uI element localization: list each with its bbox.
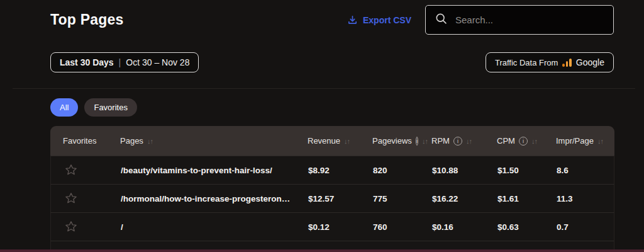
impr-per-page-value: 11.3 xyxy=(553,194,614,203)
favorite-star-icon[interactable] xyxy=(64,163,78,177)
search-input[interactable] xyxy=(455,14,604,25)
export-csv-button[interactable]: Export CSV xyxy=(347,14,411,25)
search-icon xyxy=(435,12,448,28)
sort-icon[interactable]: ↓↑ xyxy=(147,137,153,145)
impr-per-page-value: 8.6 xyxy=(553,166,614,175)
column-header-revenue[interactable]: Revenue ↓↑ xyxy=(304,136,369,146)
table-row: / $0.12 760 $0.16 $0.63 0.7 xyxy=(50,212,614,241)
pageviews-value: 775 xyxy=(369,194,428,203)
revenue-value: $0.12 xyxy=(304,222,369,232)
sort-icon[interactable]: ↓↑ xyxy=(531,137,537,145)
date-range-value: Oct 30 – Nov 28 xyxy=(126,57,189,67)
download-icon xyxy=(347,14,358,25)
pageviews-value: 760 xyxy=(369,222,428,232)
column-header-favorites: Favorites xyxy=(50,136,116,146)
cpm-value: $1.61 xyxy=(494,194,553,203)
top-pages-table: Favorites Pages ↓↑ Revenue ↓↑ Pageviews … xyxy=(50,126,614,252)
table-row: /hormonal/how-to-increase-progesteron… $… xyxy=(50,184,614,212)
info-icon[interactable]: i xyxy=(519,137,528,146)
top-bar: Top Pages Export CSV xyxy=(50,5,614,35)
rpm-value: $0.16 xyxy=(428,222,494,232)
sort-icon[interactable]: ↓↑ xyxy=(466,137,472,145)
section-divider xyxy=(13,88,635,89)
traffic-source-badge: Traffic Data From Google xyxy=(486,52,614,72)
traffic-source-name: Google xyxy=(576,57,604,67)
export-csv-label: Export CSV xyxy=(363,15,411,25)
rpm-value: $10.88 xyxy=(428,166,494,175)
tab-favorites[interactable]: Favorites xyxy=(84,98,136,117)
page-link[interactable]: /beauty/vitamins-to-prevent-hair-loss/ xyxy=(121,166,272,175)
sort-icon[interactable]: ↓↑ xyxy=(344,137,350,145)
sort-icon[interactable]: ↓↑ xyxy=(597,137,603,145)
favorite-star-icon[interactable] xyxy=(64,220,78,234)
google-analytics-icon xyxy=(562,58,572,67)
table-row: /beauty/vitamins-to-prevent-hair-loss/ $… xyxy=(50,156,614,184)
column-header-rpm[interactable]: RPM i ↓↑ xyxy=(428,136,493,146)
bottom-accent-strip xyxy=(0,249,644,252)
top-pages-dashboard: Top Pages Export CSV Last 30 Days | Oct … xyxy=(0,0,644,252)
cpm-value: $1.50 xyxy=(494,166,553,175)
pageviews-value: 820 xyxy=(369,166,428,175)
filter-bar: Last 30 Days | Oct 30 – Nov 28 Traffic D… xyxy=(50,52,614,72)
filter-tabs: All Favorites xyxy=(50,98,137,117)
page-title: Top Pages xyxy=(50,11,123,28)
rpm-value: $16.22 xyxy=(428,194,494,203)
date-range-preset: Last 30 Days xyxy=(60,57,114,67)
page-link[interactable]: / xyxy=(121,222,123,232)
search-box xyxy=(425,5,614,35)
column-header-cpm[interactable]: CPM i ↓↑ xyxy=(493,136,552,146)
info-icon[interactable]: i xyxy=(453,137,462,146)
info-icon[interactable]: i xyxy=(416,137,418,146)
revenue-value: $8.92 xyxy=(304,166,369,175)
sort-icon[interactable]: ↓↑ xyxy=(422,137,428,145)
date-range-selector[interactable]: Last 30 Days | Oct 30 – Nov 28 xyxy=(50,52,199,72)
column-header-pages[interactable]: Pages ↓↑ xyxy=(116,136,304,146)
cpm-value: $0.63 xyxy=(494,222,553,232)
tab-all[interactable]: All xyxy=(50,98,78,117)
column-header-pageviews[interactable]: Pageviews i ↓↑ xyxy=(369,136,428,146)
revenue-value: $12.57 xyxy=(304,194,369,203)
table-header-row: Favorites Pages ↓↑ Revenue ↓↑ Pageviews … xyxy=(50,126,614,156)
date-range-separator: | xyxy=(119,57,121,67)
impr-per-page-value: 0.7 xyxy=(553,222,614,232)
column-header-impr-page[interactable]: Impr/Page ↓↑ xyxy=(552,136,614,146)
page-link[interactable]: /hormonal/how-to-increase-progesteron… xyxy=(121,194,290,203)
traffic-source-label: Traffic Data From xyxy=(495,58,558,67)
favorite-star-icon[interactable] xyxy=(64,192,78,205)
